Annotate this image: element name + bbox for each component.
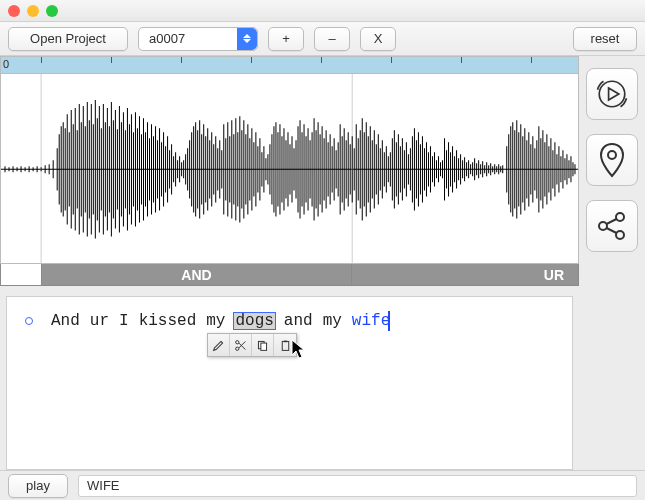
transcript-panel[interactable]: And ur I kissed my dogs and my wife bbox=[6, 296, 573, 470]
window-titlebar bbox=[0, 0, 645, 22]
svg-rect-280 bbox=[282, 341, 289, 350]
context-menu bbox=[207, 333, 297, 357]
svg-point-274 bbox=[236, 347, 239, 350]
word-token[interactable]: I bbox=[117, 312, 131, 330]
word-token[interactable]: And bbox=[49, 312, 82, 330]
edit-menu-item[interactable] bbox=[208, 334, 230, 356]
word-token[interactable]: kissed bbox=[137, 312, 199, 330]
footer-bar: play WIFE bbox=[0, 470, 645, 500]
svg-point-282 bbox=[599, 81, 625, 107]
cut-menu-item[interactable] bbox=[230, 334, 252, 356]
reset-button[interactable]: reset bbox=[573, 27, 637, 51]
project-select[interactable]: a0007 bbox=[138, 27, 258, 51]
waveform-view[interactable] bbox=[0, 74, 579, 264]
svg-point-286 bbox=[616, 231, 624, 239]
transcript-line[interactable]: And ur I kissed my dogs and my wife bbox=[21, 311, 558, 331]
svg-point-285 bbox=[616, 213, 624, 221]
workspace: 0 AND bbox=[0, 56, 645, 470]
marker-button[interactable] bbox=[586, 134, 638, 186]
play-button[interactable]: play bbox=[8, 474, 68, 498]
bullet-icon bbox=[25, 317, 33, 325]
zoom-window-button[interactable] bbox=[46, 5, 58, 17]
zoom-in-button[interactable]: + bbox=[268, 27, 304, 51]
share-button[interactable] bbox=[586, 200, 638, 252]
svg-point-284 bbox=[599, 222, 607, 230]
play-circle-button[interactable] bbox=[586, 68, 638, 120]
minimize-window-button[interactable] bbox=[27, 5, 39, 17]
svg-rect-279 bbox=[261, 343, 267, 350]
copy-menu-item[interactable] bbox=[252, 334, 274, 356]
location-pin-icon bbox=[597, 142, 627, 178]
scissors-icon bbox=[234, 339, 247, 352]
text-caret bbox=[388, 311, 390, 331]
chevrons-icon bbox=[237, 28, 257, 50]
segment-first[interactable]: AND bbox=[41, 264, 351, 285]
word-token[interactable]: my bbox=[321, 312, 344, 330]
word-token-editing[interactable]: wife bbox=[350, 311, 392, 331]
svg-point-283 bbox=[608, 151, 616, 159]
word-token[interactable]: my bbox=[204, 312, 227, 330]
share-nodes-icon bbox=[596, 210, 628, 242]
word-token[interactable]: ur bbox=[88, 312, 111, 330]
word-token-selected[interactable]: dogs bbox=[233, 312, 275, 330]
right-toolbar bbox=[579, 56, 645, 470]
paste-menu-item[interactable] bbox=[274, 334, 296, 356]
close-window-button[interactable] bbox=[8, 5, 20, 17]
word-token[interactable]: and bbox=[282, 312, 315, 330]
main-toolbar: Open Project a0007 + – X reset bbox=[0, 22, 645, 56]
status-field: WIFE bbox=[78, 475, 637, 497]
zoom-out-button[interactable]: – bbox=[314, 27, 350, 51]
clipboard-icon bbox=[279, 339, 292, 352]
segment-second[interactable]: UR bbox=[351, 264, 578, 285]
time-ruler[interactable]: 0 bbox=[0, 56, 579, 74]
play-circle-icon bbox=[595, 77, 629, 111]
svg-line-288 bbox=[607, 228, 617, 233]
segment-bar[interactable]: AND UR bbox=[0, 264, 579, 286]
copy-icon bbox=[256, 339, 269, 352]
open-project-button[interactable]: Open Project bbox=[8, 27, 128, 51]
delete-button[interactable]: X bbox=[360, 27, 396, 51]
svg-rect-281 bbox=[283, 340, 286, 342]
ruler-origin-label: 0 bbox=[3, 58, 9, 70]
svg-line-287 bbox=[607, 219, 617, 224]
pencil-icon bbox=[212, 339, 225, 352]
segment-blank[interactable] bbox=[1, 264, 41, 285]
svg-point-275 bbox=[236, 340, 239, 343]
project-select-value: a0007 bbox=[149, 31, 185, 46]
